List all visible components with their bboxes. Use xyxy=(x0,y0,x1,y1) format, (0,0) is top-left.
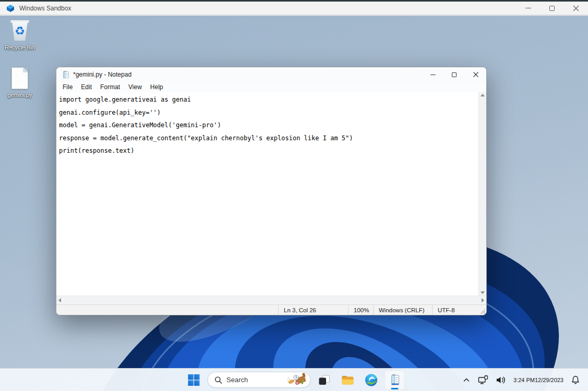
network-status-button[interactable] xyxy=(475,371,491,389)
notepad-titlebar[interactable]: *gemini.py - Notepad xyxy=(56,67,486,82)
host-maximize-button[interactable] xyxy=(540,2,564,15)
notepad-window-controls xyxy=(422,67,486,82)
code-line: model = genai.GenerativeModel('gemini-pr… xyxy=(59,119,478,132)
desktop-icon-gemini-py[interactable]: gemini.py xyxy=(3,66,37,98)
status-zoom-level: 100% xyxy=(348,305,373,315)
maximize-icon xyxy=(452,72,457,77)
menu-edit[interactable]: Edit xyxy=(77,82,96,92)
running-app-indicator xyxy=(391,388,398,389)
desktop-icon-label: Recycle Bin xyxy=(3,44,37,51)
tray-date: 12/29/2023 xyxy=(535,376,563,384)
minimize-icon xyxy=(525,8,531,8)
host-window-controls xyxy=(516,2,588,15)
scroll-right-arrow-icon[interactable] xyxy=(482,298,484,302)
desktop-icon-recycle-bin[interactable]: ♻ Recycle Bin xyxy=(3,19,37,51)
chevron-up-icon xyxy=(462,376,471,384)
host-window-title: Windows Sandbox xyxy=(19,5,71,12)
search-icon xyxy=(214,376,222,384)
notepad-text-area[interactable]: import google.generativeai as genaigenai… xyxy=(56,92,478,296)
notepad-close-button[interactable] xyxy=(465,67,486,82)
notepad-taskbar-button[interactable] xyxy=(385,370,404,390)
speaker-icon xyxy=(495,375,507,385)
status-encoding: UTF-8 xyxy=(432,305,486,315)
menu-file[interactable]: File xyxy=(58,82,77,92)
menu-format[interactable]: Format xyxy=(96,82,124,92)
search-placeholder: Search xyxy=(226,376,286,384)
search-highlight-food-icon xyxy=(286,373,307,387)
start-button[interactable] xyxy=(184,370,203,390)
close-icon xyxy=(473,71,479,78)
host-minimize-button[interactable] xyxy=(516,2,540,15)
close-icon xyxy=(573,5,579,11)
code-line: response = model.generate_content("expla… xyxy=(59,132,478,145)
volume-button[interactable] xyxy=(493,371,509,389)
bell-icon xyxy=(570,375,581,385)
edge-browser-button[interactable] xyxy=(361,370,381,390)
taskbar: Search xyxy=(0,368,588,391)
notepad-maximize-button[interactable] xyxy=(443,67,465,82)
python-file-icon xyxy=(7,66,32,90)
notepad-window: *gemini.py - Notepad File Edit Format Vi… xyxy=(56,67,487,315)
hidden-icons-button[interactable] xyxy=(460,371,473,389)
windows-sandbox-icon xyxy=(6,4,15,13)
file-explorer-button[interactable] xyxy=(338,370,357,390)
horizontal-scrollbar[interactable] xyxy=(56,296,486,304)
notepad-status-bar: Ln 3, Col 26 100% Windows (CRLF) UTF-8 xyxy=(56,304,486,315)
windows-start-icon xyxy=(187,374,200,386)
resize-grip[interactable] xyxy=(481,309,485,314)
recycle-arrows-icon: ♻ xyxy=(15,26,25,37)
ethernet-network-icon xyxy=(477,375,489,385)
task-view-button[interactable] xyxy=(314,370,334,390)
edge-browser-icon xyxy=(364,373,378,387)
status-cursor-position: Ln 3, Col 26 xyxy=(278,305,348,315)
notepad-icon xyxy=(388,373,401,387)
minimize-icon xyxy=(430,75,436,75)
code-line: import google.generativeai as genai xyxy=(59,93,478,106)
clock-tray-button[interactable]: 3:24 PM 12/29/2023 xyxy=(511,371,566,389)
code-line: print(response.text) xyxy=(59,144,478,157)
code-line: genai.configure(api_key='') xyxy=(59,106,478,119)
tray-time: 3:24 PM xyxy=(513,376,535,384)
recycle-bin-icon: ♻ xyxy=(7,19,32,43)
scroll-down-arrow-icon[interactable] xyxy=(481,291,485,294)
task-view-icon xyxy=(318,373,331,386)
notification-center-button[interactable] xyxy=(568,371,583,389)
menu-view[interactable]: View xyxy=(124,82,146,92)
notepad-window-title: *gemini.py - Notepad xyxy=(73,71,131,78)
host-titlebar[interactable]: Windows Sandbox xyxy=(0,2,588,15)
menu-help[interactable]: Help xyxy=(146,82,167,92)
scroll-left-arrow-icon[interactable] xyxy=(58,298,61,302)
notepad-menubar: File Edit Format View Help xyxy=(56,82,486,92)
scroll-up-arrow-icon[interactable] xyxy=(481,94,485,96)
host-close-button[interactable] xyxy=(564,2,588,15)
status-line-ending: Windows (CRLF) xyxy=(373,305,432,315)
maximize-icon xyxy=(549,6,555,11)
notepad-minimize-button[interactable] xyxy=(422,67,443,82)
notepad-app-icon xyxy=(62,70,70,79)
taskbar-search-box[interactable]: Search xyxy=(207,372,310,388)
file-explorer-folder-icon xyxy=(341,373,354,387)
desktop-icon-label: gemini.py xyxy=(3,92,37,98)
vertical-scrollbar[interactable] xyxy=(478,92,486,296)
